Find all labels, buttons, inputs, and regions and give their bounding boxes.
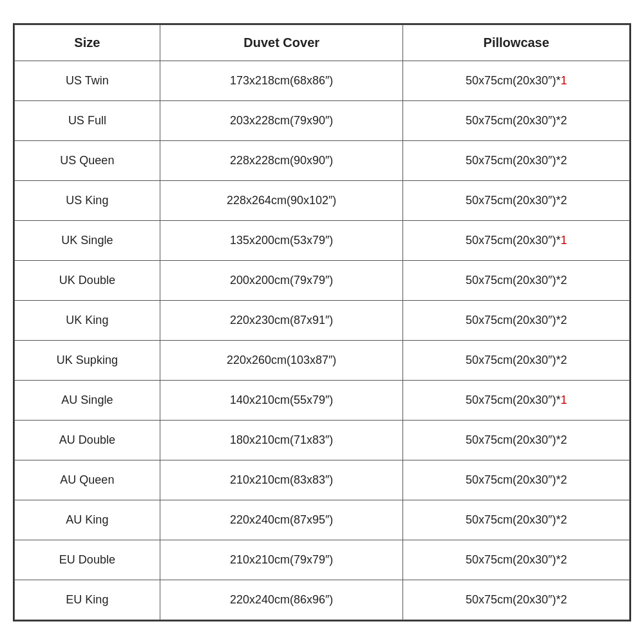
pillow-base: 50x75cm(20x30″)* <box>466 194 560 207</box>
cell-duvet: 228x228cm(90x90″) <box>160 140 403 180</box>
cell-duvet: 140x210cm(55x79″) <box>160 380 403 420</box>
cell-duvet: 135x200cm(53x79″) <box>160 220 403 260</box>
cell-pillow: 50x75cm(20x30″)*2 <box>403 540 630 580</box>
cell-pillow: 50x75cm(20x30″)*2 <box>403 260 630 300</box>
cell-pillow: 50x75cm(20x30″)*2 <box>403 180 630 220</box>
pillow-count: 2 <box>560 314 567 327</box>
header-duvet: Duvet Cover <box>160 24 403 61</box>
cell-size: AU Double <box>15 420 160 460</box>
table-row: US King228x264cm(90x102″)50x75cm(20x30″)… <box>15 180 630 220</box>
cell-duvet: 200x200cm(79x79″) <box>160 260 403 300</box>
cell-pillow: 50x75cm(20x30″)*2 <box>403 340 630 380</box>
pillow-base: 50x75cm(20x30″)* <box>466 433 560 446</box>
cell-size: AU Queen <box>15 460 160 500</box>
pillow-count: 2 <box>560 593 567 606</box>
table-row: US Twin173x218cm(68x86″)50x75cm(20x30″)*… <box>15 61 630 100</box>
pillow-count: 2 <box>560 114 567 127</box>
table-row: EU King220x240cm(86x96″)50x75cm(20x30″)*… <box>15 580 630 620</box>
cell-size: EU King <box>15 580 160 620</box>
cell-duvet: 220x230cm(87x91″) <box>160 300 403 340</box>
pillow-base: 50x75cm(20x30″)* <box>466 234 560 247</box>
cell-pillow: 50x75cm(20x30″)*1 <box>403 61 630 100</box>
cell-size: UK Double <box>15 260 160 300</box>
cell-size: US Full <box>15 100 160 140</box>
table-row: AU Single140x210cm(55x79″)50x75cm(20x30″… <box>15 380 630 420</box>
pillow-base: 50x75cm(20x30″)* <box>466 473 560 486</box>
pillow-count: 1 <box>560 234 567 247</box>
cell-pillow: 50x75cm(20x30″)*2 <box>403 460 630 500</box>
pillow-base: 50x75cm(20x30″)* <box>466 114 560 127</box>
table-row: AU Double180x210cm(71x83″)50x75cm(20x30″… <box>15 420 630 460</box>
pillow-base: 50x75cm(20x30″)* <box>466 593 560 606</box>
pillow-count: 2 <box>560 274 567 287</box>
pillow-base: 50x75cm(20x30″)* <box>466 354 560 366</box>
header-size: Size <box>15 24 160 61</box>
table-header-row: Size Duvet Cover Pillowcase <box>15 24 630 61</box>
cell-size: UK Supking <box>15 340 160 380</box>
cell-size: US King <box>15 180 160 220</box>
cell-pillow: 50x75cm(20x30″)*1 <box>403 220 630 260</box>
cell-size: EU Double <box>15 540 160 580</box>
pillow-count: 2 <box>560 473 567 486</box>
table-row: UK Single135x200cm(53x79″)50x75cm(20x30″… <box>15 220 630 260</box>
table-row: AU King220x240cm(87x95″)50x75cm(20x30″)*… <box>15 500 630 540</box>
cell-duvet: 228x264cm(90x102″) <box>160 180 403 220</box>
cell-pillow: 50x75cm(20x30″)*2 <box>403 500 630 540</box>
cell-pillow: 50x75cm(20x30″)*1 <box>403 380 630 420</box>
table-body: US Twin173x218cm(68x86″)50x75cm(20x30″)*… <box>15 61 630 620</box>
pillow-base: 50x75cm(20x30″)* <box>466 553 560 566</box>
cell-pillow: 50x75cm(20x30″)*2 <box>403 300 630 340</box>
cell-duvet: 210x210cm(79x79″) <box>160 540 403 580</box>
cell-duvet: 173x218cm(68x86″) <box>160 61 403 100</box>
cell-duvet: 220x260cm(103x87″) <box>160 340 403 380</box>
pillow-base: 50x75cm(20x30″)* <box>466 314 560 327</box>
cell-pillow: 50x75cm(20x30″)*2 <box>403 420 630 460</box>
cell-size: UK King <box>15 300 160 340</box>
pillow-base: 50x75cm(20x30″)* <box>466 74 560 87</box>
cell-pillow: 50x75cm(20x30″)*2 <box>403 580 630 620</box>
cell-duvet: 210x210cm(83x83″) <box>160 460 403 500</box>
pillow-base: 50x75cm(20x30″)* <box>466 393 560 406</box>
pillow-base: 50x75cm(20x30″)* <box>466 154 560 167</box>
cell-duvet: 203x228cm(79x90″) <box>160 100 403 140</box>
pillow-count: 1 <box>560 393 567 406</box>
cell-size: UK Single <box>15 220 160 260</box>
pillow-count: 2 <box>560 354 567 366</box>
table-row: UK Double200x200cm(79x79″)50x75cm(20x30″… <box>15 260 630 300</box>
table-row: UK King220x230cm(87x91″)50x75cm(20x30″)*… <box>15 300 630 340</box>
cell-size: US Queen <box>15 140 160 180</box>
cell-duvet: 220x240cm(86x96″) <box>160 580 403 620</box>
pillow-count: 2 <box>560 433 567 446</box>
size-chart-table: Size Duvet Cover Pillowcase US Twin173x2… <box>14 24 630 620</box>
table-row: UK Supking220x260cm(103x87″)50x75cm(20x3… <box>15 340 630 380</box>
cell-size: US Twin <box>15 61 160 100</box>
cell-duvet: 180x210cm(71x83″) <box>160 420 403 460</box>
cell-size: AU King <box>15 500 160 540</box>
pillow-count: 2 <box>560 513 567 526</box>
table-row: US Full203x228cm(79x90″)50x75cm(20x30″)*… <box>15 100 630 140</box>
cell-duvet: 220x240cm(87x95″) <box>160 500 403 540</box>
table-row: US Queen228x228cm(90x90″)50x75cm(20x30″)… <box>15 140 630 180</box>
pillow-count: 2 <box>560 194 567 207</box>
pillow-base: 50x75cm(20x30″)* <box>466 513 560 526</box>
table-row: EU Double210x210cm(79x79″)50x75cm(20x30″… <box>15 540 630 580</box>
pillow-count: 1 <box>560 74 567 87</box>
size-chart-container: Size Duvet Cover Pillowcase US Twin173x2… <box>13 23 631 621</box>
cell-pillow: 50x75cm(20x30″)*2 <box>403 140 630 180</box>
header-pillowcase: Pillowcase <box>403 24 630 61</box>
pillow-count: 2 <box>560 154 567 167</box>
cell-pillow: 50x75cm(20x30″)*2 <box>403 100 630 140</box>
table-row: AU Queen210x210cm(83x83″)50x75cm(20x30″)… <box>15 460 630 500</box>
pillow-base: 50x75cm(20x30″)* <box>466 274 560 287</box>
cell-size: AU Single <box>15 380 160 420</box>
pillow-count: 2 <box>560 553 567 566</box>
